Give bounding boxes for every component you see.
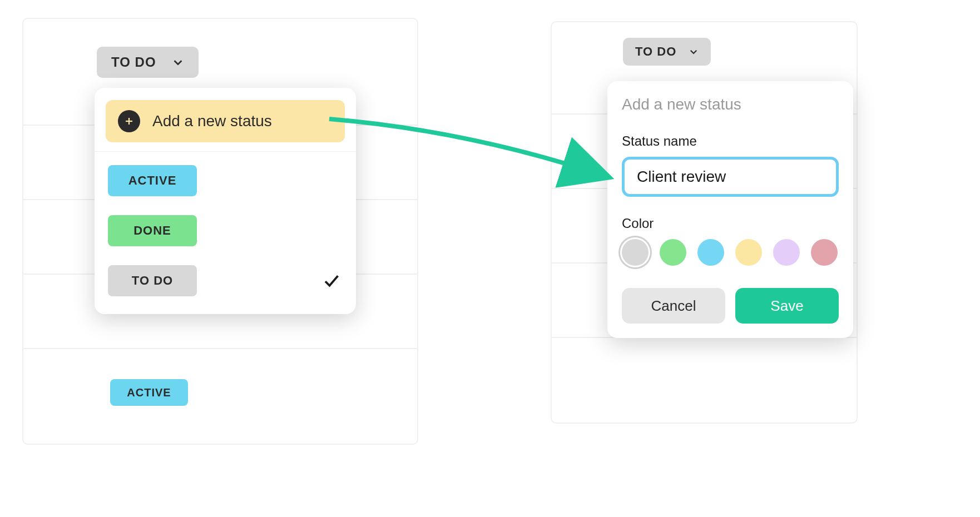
form-actions: Cancel Save [622,288,839,324]
status-dropdown-label: TO DO [111,54,156,70]
color-swatch[interactable] [660,239,686,266]
check-icon [323,272,339,289]
status-dropdown[interactable]: TO DO [97,47,199,78]
status-badge-label: ACTIVE [127,386,171,399]
save-button[interactable]: Save [735,288,839,324]
status-option[interactable]: ACTIVE [95,165,356,196]
add-status-form: Add a new status Status name Color Cance… [607,81,853,338]
status-dropdown-menu: Add a new status ACTIVEDONETO DO [95,88,356,314]
chevron-down-icon [689,47,699,57]
cancel-button[interactable]: Cancel [622,288,725,324]
status-badge: TO DO [108,265,197,296]
color-swatch[interactable] [697,239,724,266]
form-title: Add a new status [622,96,839,113]
chevron-down-icon [172,56,184,68]
status-option[interactable]: TO DO [95,265,356,296]
plus-icon [118,110,140,132]
status-badge: DONE [108,215,197,246]
add-status-button[interactable]: Add a new status [106,100,345,142]
color-swatch[interactable] [735,239,762,266]
color-picker [622,239,839,266]
left-panel: TO DO Add a new status ACTIVEDONETO DO A… [22,18,418,445]
status-dropdown-label: TO DO [635,44,676,59]
status-option[interactable]: DONE [95,215,356,246]
color-swatch[interactable] [811,239,838,266]
color-label: Color [622,216,839,231]
table-row [23,348,417,422]
add-status-label: Add a new status [152,112,272,130]
color-swatch[interactable] [622,239,649,266]
status-badge-sibling[interactable]: ACTIVE [110,379,188,406]
right-panel: TO DO Add a new status Status name Color… [551,21,858,424]
status-name-label: Status name [622,133,839,149]
color-swatch[interactable] [773,239,800,266]
divider [95,151,356,152]
status-badge: ACTIVE [108,165,197,196]
status-dropdown[interactable]: TO DO [623,38,711,66]
table-row [552,337,857,411]
status-name-input[interactable] [622,157,839,197]
